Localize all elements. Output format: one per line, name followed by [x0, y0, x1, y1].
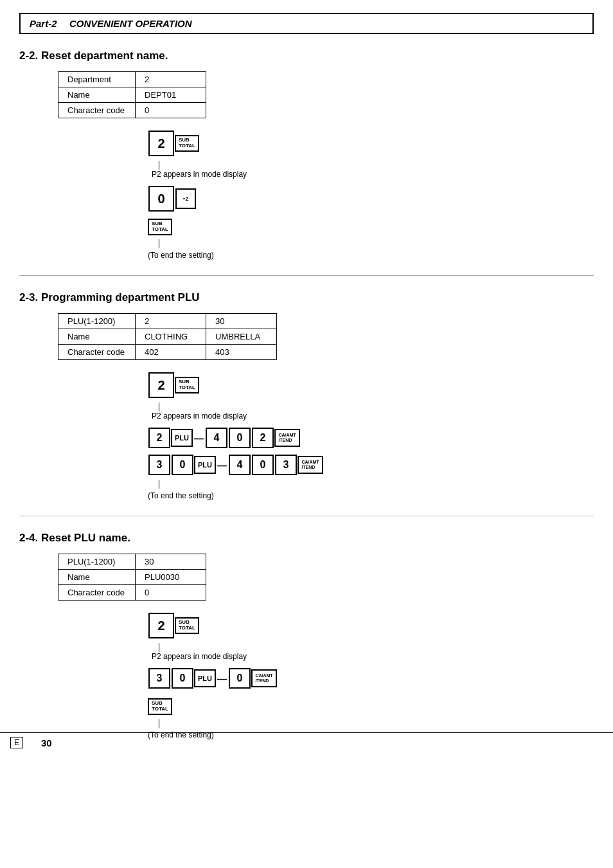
connector-23 — [159, 402, 159, 411]
table-row: PLU(1-1200) 30 — [58, 554, 206, 570]
final-24-row: SUBTOTAL — [148, 698, 594, 715]
key-3-seq2: 3 — [148, 455, 170, 475]
table-row: PLU(1-1200) 2 30 — [58, 314, 277, 329]
section-22-title: 2-2. Reset department name. — [19, 50, 594, 62]
sub-total-key-final: SUBTOTAL — [148, 219, 172, 235]
key-2-24: 2 — [148, 613, 174, 638]
sub-total-final-24: SUBTOTAL — [148, 698, 172, 715]
step-row-1: 2 SUBTOTAL — [148, 130, 594, 157]
section-24-diagram: 2 SUBTOTAL P2 appears in mode display 3 … — [148, 612, 594, 739]
table-cell-value1: CLOTHING — [136, 329, 206, 345]
mode-display-note-24: P2 appears in mode display — [152, 652, 594, 661]
key-0-24: 0 — [172, 668, 193, 689]
section-24: 2-4. Reset PLU name. PLU(1-1200) 30 Name… — [19, 532, 594, 739]
table-cell-value: 30 — [136, 554, 206, 570]
final-sub-total-row: SUBTOTAL — [148, 219, 594, 235]
separator-2 — [19, 516, 594, 516]
table-cell-value: DEPT01 — [136, 87, 206, 103]
table-cell-label: PLU(1-1200) — [58, 314, 136, 329]
seq1-container: 2 PLU — 4 0 2 CA/AMT/TEND — [148, 427, 594, 449]
e-badge: E — [10, 737, 23, 748]
table-row: Name PLU0030 — [58, 570, 206, 585]
seq1-row: 2 PLU — 4 0 2 CA/AMT/TEND — [148, 427, 594, 449]
key-0: 0 — [148, 186, 174, 212]
section-22-table: Department 2 Name DEPT01 Character code … — [58, 71, 206, 118]
ca-amt-key-24: CA/AMT/TEND — [251, 669, 277, 687]
key-0-seq2: 0 — [172, 455, 193, 475]
table-cell-label: Name — [58, 329, 136, 345]
ca-amt-key-1: CA/AMT/TEND — [274, 429, 300, 447]
section-23-title: 2-3. Programming department PLU — [19, 291, 594, 304]
header-bar: Part-2 CONVENIENT OPERATION — [19, 13, 594, 34]
seq-24-container: 3 0 PLU — 0 CA/AMT/TEND — [148, 667, 594, 689]
seq2-container: 3 0 PLU — 4 0 3 CA/AMT/TEND (To end the … — [148, 454, 594, 500]
plu-key-2: PLU — [194, 456, 216, 474]
table-row: Name DEPT01 — [58, 87, 206, 103]
key-2-23: 2 — [148, 372, 174, 398]
mode-display-note-23: P2 appears in mode display — [152, 411, 594, 420]
table-row: Character code 0 — [58, 103, 206, 118]
table-cell-label: Character code — [58, 585, 136, 601]
key-2: 2 — [148, 131, 174, 156]
table-cell-value1: 2 — [136, 314, 206, 329]
table-cell-label: Character code — [58, 345, 136, 360]
mode-display-note: P2 appears in mode display — [152, 170, 594, 179]
seq2-row: 3 0 PLU — 4 0 3 CA/AMT/TEND — [148, 454, 594, 476]
table-cell-label: Name — [58, 570, 136, 585]
table-cell-value2: 403 — [206, 345, 277, 360]
connector-seq2 — [159, 480, 159, 489]
header-title: CONVENIENT OPERATION — [69, 18, 192, 29]
minus-seq2: — — [217, 460, 227, 471]
connector-line — [159, 161, 159, 170]
table-cell-value: 0 — [136, 585, 206, 601]
plu-key-1: PLU — [171, 429, 193, 447]
section-23-diagram: 2 SUBTOTAL P2 appears in mode display 2 … — [148, 372, 594, 500]
header-part: Part-2 — [30, 18, 57, 29]
table-row: Character code 402 403 — [58, 345, 277, 360]
connector-line-2 — [159, 239, 159, 248]
table-cell-label: Name — [58, 87, 136, 103]
table-row: Department 2 — [58, 72, 206, 87]
table-cell-label: PLU(1-1200) — [58, 554, 136, 570]
key-3-24: 3 — [148, 668, 170, 689]
section-22-diagram: 2 SUBTOTAL P2 appears in mode display 0 … — [148, 130, 594, 260]
section-22: 2-2. Reset department name. Department 2… — [19, 50, 594, 260]
sub-total-key: SUBTOTAL — [175, 135, 199, 152]
key-3b-seq2: 3 — [275, 455, 297, 475]
table-row: Name CLOTHING UMBRELLA — [58, 329, 277, 345]
table-cell-value1: 402 — [136, 345, 206, 360]
connector-final-24 — [159, 719, 159, 728]
table-cell-value: 0 — [136, 103, 206, 118]
footer: E 30 — [0, 732, 613, 752]
section-24-table: PLU(1-1200) 30 Name PLU0030 Character co… — [58, 554, 206, 601]
sub-total-key-24: SUBTOTAL — [175, 617, 199, 634]
minus-seq1: — — [194, 433, 204, 444]
step-row-23-1: 2 SUBTOTAL — [148, 372, 594, 399]
page-number: 30 — [41, 737, 52, 748]
table-cell-value2: UMBRELLA — [206, 329, 277, 345]
key-minus2: -2 — [175, 188, 196, 209]
key-4-seq1: 4 — [206, 428, 227, 448]
separator-1 — [19, 275, 594, 276]
section-24-title: 2-4. Reset PLU name. — [19, 532, 594, 545]
key-0-seq1: 0 — [229, 428, 251, 448]
step-row-24-1: 2 SUBTOTAL — [148, 612, 594, 639]
page-wrapper: Part-2 CONVENIENT OPERATION 2-2. Reset d… — [0, 0, 613, 759]
section-23-table: PLU(1-1200) 2 30 Name CLOTHING UMBRELLA … — [58, 313, 277, 360]
ca-amt-key-2: CA/AMT/TEND — [298, 456, 323, 474]
key-0b-24: 0 — [229, 668, 251, 689]
key-4-seq2: 4 — [229, 455, 251, 475]
section-23: 2-3. Programming department PLU PLU(1-12… — [19, 291, 594, 500]
key-2b-seq1: 2 — [252, 428, 274, 448]
table-cell-value: 2 — [136, 72, 206, 87]
key-0b-seq2: 0 — [252, 455, 274, 475]
key-2-seq1: 2 — [148, 428, 170, 448]
plu-key-24: PLU — [194, 669, 216, 687]
final-sub-total-group: SUBTOTAL (To end the setting) — [148, 219, 594, 260]
seq-24-row: 3 0 PLU — 0 CA/AMT/TEND — [148, 667, 594, 689]
step-2-container: 0 -2 SUBTOTAL (To end the setting) — [148, 185, 594, 260]
table-cell-label: Character code — [58, 103, 136, 118]
minus-24: — — [217, 673, 227, 684]
step-row-2: 0 -2 — [148, 185, 594, 212]
end-note-23: (To end the setting) — [148, 491, 594, 500]
